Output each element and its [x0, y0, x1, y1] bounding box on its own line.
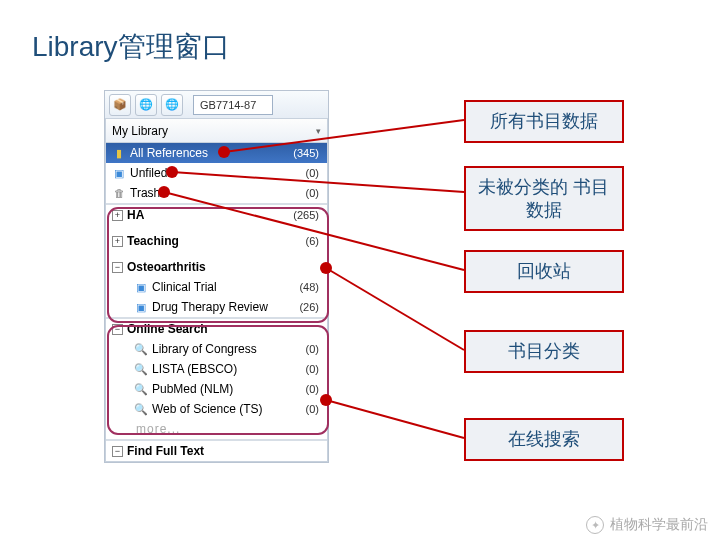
watermark-text: 植物科学最前沿 [610, 516, 708, 534]
content-area: 📦 🌐 🌐 GB7714-87 My Library ▾ ▮All Refere… [104, 90, 624, 510]
label-all-refs: 所有书目数据 [464, 100, 624, 143]
label-online: 在线搜索 [464, 418, 624, 461]
label-unfiled: 未被分类的 书目数据 [464, 166, 624, 231]
callout-labels: 所有书目数据 未被分类的 书目数据 回收站 书目分类 在线搜索 [104, 90, 624, 510]
watermark: ✦ 植物科学最前沿 [586, 516, 708, 534]
label-category: 书目分类 [464, 330, 624, 373]
label-trash: 回收站 [464, 250, 624, 293]
slide-title: Library管理窗口 [32, 28, 230, 66]
wechat-icon: ✦ [586, 516, 604, 534]
